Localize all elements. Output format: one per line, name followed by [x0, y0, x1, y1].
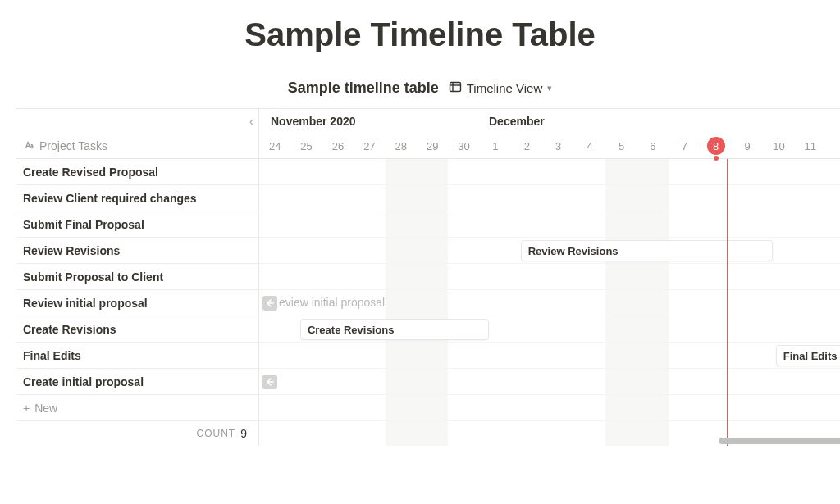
count-value: 9: [240, 427, 247, 440]
task-row[interactable]: Review Client required changes: [16, 185, 258, 211]
day-cell[interactable]: 28: [386, 134, 417, 158]
today-line: [727, 159, 728, 446]
timeline-row[interactable]: [259, 369, 840, 395]
day-cell[interactable]: 10: [763, 134, 794, 158]
column-header[interactable]: Project Tasks: [16, 134, 258, 159]
task-list-column: ‹‹ Project Tasks Create Revised Proposal…: [16, 109, 259, 446]
day-cell[interactable]: 5: [605, 134, 637, 158]
month-label: December: [489, 115, 545, 128]
offscreen-left-icon[interactable]: [262, 375, 277, 389]
plus-icon: +: [23, 402, 30, 415]
timeline-row-empty: [259, 395, 840, 421]
day-cell[interactable]: 6: [637, 134, 669, 158]
timeline-row[interactable]: Create Revisions: [259, 316, 840, 343]
timeline-row[interactable]: [259, 185, 840, 211]
task-row[interactable]: Create initial proposal: [16, 369, 258, 395]
count-row: COUNT 9: [16, 421, 258, 446]
timeline-bar[interactable]: Review Revisions: [521, 240, 773, 261]
horizontal-scrollbar[interactable]: [719, 438, 840, 444]
day-cell[interactable]: 29: [417, 134, 448, 158]
task-row[interactable]: Final Edits: [16, 343, 258, 369]
day-cell[interactable]: 27: [354, 134, 385, 158]
new-label: New: [34, 402, 57, 415]
day-cell[interactable]: 11: [795, 134, 826, 158]
day-cell[interactable]: 7: [669, 134, 700, 158]
task-row[interactable]: Submit Final Proposal: [16, 211, 258, 238]
timeline-row[interactable]: Review Revisions: [259, 238, 840, 264]
timeline-icon: [449, 80, 462, 96]
month-header-row: November 2020December: [259, 109, 840, 134]
day-cell[interactable]: 2: [511, 134, 542, 158]
timeline-bar[interactable]: Final Edits: [776, 345, 840, 366]
timeline-row[interactable]: eview initial proposal: [259, 290, 840, 316]
chevron-down-icon: ▾: [547, 83, 552, 93]
svg-rect-0: [450, 83, 460, 92]
day-cell[interactable]: 1: [480, 134, 511, 158]
day-header-row: 242526272829301234567891011: [259, 134, 840, 159]
column-header-label: Project Tasks: [39, 139, 107, 152]
day-cell[interactable]: 26: [322, 134, 354, 158]
day-cell[interactable]: 4: [574, 134, 605, 158]
count-label: COUNT: [197, 428, 236, 439]
task-row[interactable]: Review Revisions: [16, 238, 258, 264]
sub-header: Sample timeline table Timeline View ▾: [0, 79, 840, 97]
offscreen-label: eview initial proposal: [279, 296, 385, 309]
timeline-row[interactable]: [259, 211, 840, 238]
timeline-bar[interactable]: Create Revisions: [300, 319, 489, 340]
offscreen-left-icon[interactable]: [262, 296, 277, 311]
text-property-icon: [23, 139, 34, 153]
day-cell[interactable]: 25: [290, 134, 322, 158]
timeline-row[interactable]: [259, 159, 840, 185]
timeline-rows: Review Revisionseview initial proposalCr…: [259, 159, 840, 446]
timeline-row[interactable]: [259, 264, 840, 290]
task-row[interactable]: Create Revised Proposal: [16, 159, 258, 185]
view-switcher[interactable]: Timeline View ▾: [449, 80, 553, 96]
timeline-grid[interactable]: November 2020December 242526272829301234…: [259, 109, 840, 446]
task-row[interactable]: Submit Proposal to Client: [16, 264, 258, 290]
day-cell[interactable]: 8: [700, 134, 731, 158]
timeline-wrapper: ‹‹ Project Tasks Create Revised Proposal…: [16, 108, 840, 446]
collapse-sidebar-icon[interactable]: ‹‹: [249, 115, 250, 128]
day-cell[interactable]: 30: [448, 134, 479, 158]
day-cell[interactable]: 3: [543, 134, 574, 158]
database-title[interactable]: Sample timeline table: [288, 79, 439, 97]
task-row[interactable]: Create Revisions: [16, 316, 258, 343]
timeline-row[interactable]: Final Edits: [259, 343, 840, 369]
month-label: November 2020: [271, 115, 356, 128]
task-row[interactable]: Review initial proposal: [16, 290, 258, 316]
new-row-button[interactable]: + New: [16, 395, 258, 421]
page-title: Sample Timeline Table: [0, 16, 840, 53]
today-badge: 8: [707, 137, 725, 155]
view-label: Timeline View: [467, 81, 543, 95]
day-cell[interactable]: 9: [732, 134, 763, 158]
day-cell[interactable]: 24: [259, 134, 290, 158]
